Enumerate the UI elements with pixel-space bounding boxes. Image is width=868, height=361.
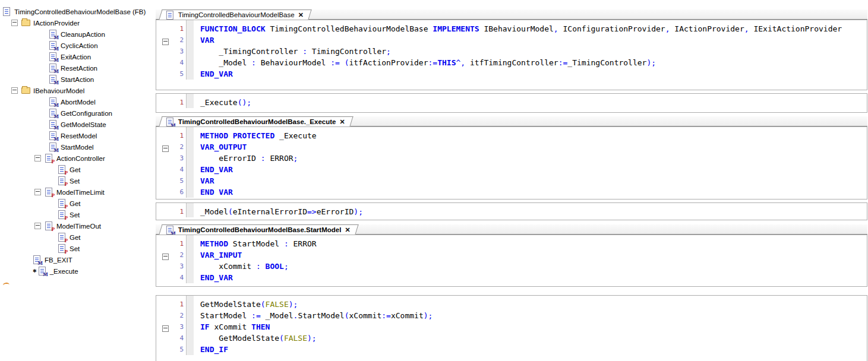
- code-text[interactable]: StartModel := _Model.StartModel(xCommit:…: [194, 310, 867, 321]
- breakpoint-margin[interactable]: [156, 141, 171, 153]
- code-line[interactable]: 1METHOD StartModel : ERROR: [156, 238, 867, 249]
- code-text[interactable]: GetModelState(FALSE);: [194, 299, 867, 310]
- breakpoint-margin[interactable]: [156, 68, 171, 80]
- implementation-editor[interactable]: 1_Model(eInternalErrorID=>eErrorID);: [156, 202, 867, 220]
- tree-item-exitaction[interactable]: MExitAction: [0, 51, 156, 62]
- code-text[interactable]: METHOD PROTECTED _Execute: [194, 130, 867, 141]
- breakpoint-margin[interactable]: [156, 344, 171, 355]
- breakpoint-margin[interactable]: [156, 299, 171, 310]
- implementation-editor[interactable]: 1GetModelState(FALSE);2StartModel := _Mo…: [156, 295, 867, 361]
- code-text[interactable]: eErrorID : ERROR;: [194, 153, 867, 164]
- code-text[interactable]: VAR: [194, 34, 867, 46]
- breakpoint-margin[interactable]: [156, 206, 171, 217]
- breakpoint-margin[interactable]: [156, 97, 171, 108]
- tree-item--execute[interactable]: ✱M_Execute: [0, 265, 156, 277]
- code-text[interactable]: END_IF: [194, 344, 867, 355]
- tree-item-timingcontrolledbehaviourmodelbase-fb-[interactable]: TimingControlledBehaviourModelBase (FB): [0, 6, 156, 17]
- code-text[interactable]: _Model : BehaviourModel := (itfActionPro…: [194, 57, 867, 68]
- tree-item-actioncontroller[interactable]: PActionController: [0, 153, 156, 164]
- breakpoint-margin[interactable]: [156, 175, 171, 186]
- code-line[interactable]: 1FUNCTION_BLOCK TimingControlledBehaviou…: [156, 23, 867, 34]
- code-text[interactable]: METHOD StartModel : ERROR: [194, 238, 867, 249]
- code-line[interactable]: 2VAR_OUTPUT: [156, 141, 867, 153]
- tree-item-set[interactable]: PSet: [0, 243, 156, 254]
- editor-tab[interactable]: TimingControlledBehaviourModelBase✕: [159, 10, 311, 20]
- breakpoint-margin[interactable]: [156, 164, 171, 175]
- close-icon[interactable]: ✕: [298, 12, 304, 18]
- tree-expander-icon[interactable]: [34, 189, 41, 195]
- tree-item-cyclicaction[interactable]: MCyclicAction: [0, 40, 156, 51]
- code-line[interactable]: 4 _Model : BehaviourModel := (itfActionP…: [156, 57, 867, 68]
- tree-item-set[interactable]: PSet: [0, 209, 156, 220]
- close-icon[interactable]: ✕: [339, 119, 345, 125]
- code-line[interactable]: 1GetModelState(FALSE);: [156, 299, 867, 310]
- breakpoint-margin[interactable]: [156, 23, 171, 34]
- editor-tab[interactable]: MTimingControlledBehaviourModelBase.Star…: [159, 224, 358, 235]
- tree-item-resetaction[interactable]: MResetAction: [0, 62, 156, 74]
- breakpoint-margin[interactable]: [156, 249, 171, 261]
- breakpoint-margin[interactable]: [156, 238, 171, 249]
- code-line[interactable]: 1_Execute();: [156, 97, 867, 108]
- tree-item-resetmodel[interactable]: MResetModel: [0, 130, 156, 141]
- code-text[interactable]: xCommit : BOOL;: [194, 261, 867, 272]
- code-line[interactable]: 3 _TimingController : TimingController;: [156, 46, 867, 57]
- code-text[interactable]: _Model(eInternalErrorID=>eErrorID);: [194, 206, 867, 217]
- code-line[interactable]: 3IF xCommit THEN: [156, 321, 867, 332]
- code-text[interactable]: VAR: [194, 175, 867, 186]
- tree-expander-icon[interactable]: [34, 155, 41, 162]
- tree-item-get[interactable]: PGet: [0, 164, 156, 175]
- editor-tab[interactable]: MTimingControlledBehaviourModelBase._Exe…: [159, 116, 353, 126]
- code-text[interactable]: VAR_INPUT: [194, 249, 867, 261]
- fold-collapse-icon[interactable]: [162, 254, 169, 260]
- code-line[interactable]: 2VAR_INPUT: [156, 249, 867, 261]
- tree-item-set[interactable]: PSet: [0, 175, 156, 186]
- code-line[interactable]: 4 GetModelState(FALSE);: [156, 332, 867, 344]
- tree-item-get[interactable]: PGet: [0, 232, 156, 243]
- tree-item-fb-exit[interactable]: MFB_EXIT: [0, 254, 156, 265]
- tree-item-getmodelstate[interactable]: MGetModelState: [0, 119, 156, 130]
- code-line[interactable]: 3 xCommit : BOOL;: [156, 261, 867, 272]
- code-text[interactable]: END_VAR: [194, 272, 867, 283]
- fold-collapse-icon[interactable]: [162, 145, 169, 152]
- code-text[interactable]: IF xCommit THEN: [194, 321, 867, 332]
- code-text[interactable]: GetModelState(FALSE);: [194, 332, 867, 344]
- tree-item-ibehaviourmodel[interactable]: IBehaviourModel: [0, 85, 156, 96]
- tree-item-get[interactable]: PGet: [0, 198, 156, 209]
- declaration-editor[interactable]: 1METHOD PROTECTED _Execute2VAR_OUTPUT3 e…: [156, 126, 867, 200]
- code-text[interactable]: END VAR: [194, 186, 867, 198]
- declaration-editor[interactable]: 1METHOD StartModel : ERROR2VAR_INPUT3 xC…: [156, 235, 867, 287]
- code-line[interactable]: 3 eErrorID : ERROR;: [156, 153, 867, 164]
- fold-collapse-icon[interactable]: [162, 325, 169, 332]
- tree-expander-icon[interactable]: [11, 87, 18, 94]
- tree-item-startmodel[interactable]: MStartModel: [0, 141, 156, 153]
- code-line[interactable]: 6END VAR: [156, 186, 867, 198]
- code-line[interactable]: 5END_IF: [156, 344, 867, 355]
- breakpoint-margin[interactable]: [156, 57, 171, 68]
- tree-expander-icon[interactable]: [11, 20, 18, 26]
- tree-item-iactionprovider[interactable]: IActionProvider: [0, 17, 156, 28]
- breakpoint-margin[interactable]: [156, 186, 171, 198]
- breakpoint-margin[interactable]: [156, 153, 171, 164]
- code-line[interactable]: 2StartModel := _Model.StartModel(xCommit…: [156, 310, 867, 321]
- breakpoint-margin[interactable]: [156, 34, 171, 46]
- code-line[interactable]: 5VAR: [156, 175, 867, 186]
- breakpoint-margin[interactable]: [156, 261, 171, 272]
- code-line[interactable]: 2VAR: [156, 34, 867, 46]
- code-text[interactable]: FUNCTION_BLOCK TimingControlledBehaviour…: [194, 23, 867, 34]
- code-line[interactable]: 1_Model(eInternalErrorID=>eErrorID);: [156, 206, 867, 217]
- fold-collapse-icon[interactable]: [162, 39, 169, 45]
- tree-item-modeltimeout[interactable]: PModelTimeOut: [0, 220, 156, 232]
- tree-item-startaction[interactable]: MStartAction: [0, 74, 156, 85]
- breakpoint-margin[interactable]: [156, 310, 171, 321]
- tree-item-cleanupaction[interactable]: MCleanupAction: [0, 28, 156, 40]
- declaration-editor[interactable]: 1FUNCTION_BLOCK TimingControlledBehaviou…: [156, 20, 867, 90]
- breakpoint-margin[interactable]: [156, 321, 171, 332]
- tree-item-abortmodel[interactable]: MAbortModel: [0, 96, 156, 107]
- code-text[interactable]: _Execute();: [194, 97, 867, 108]
- code-text[interactable]: VAR_OUTPUT: [194, 141, 867, 153]
- code-line[interactable]: 4END_VAR: [156, 164, 867, 175]
- code-text[interactable]: END_VAR: [194, 164, 867, 175]
- code-text[interactable]: END_VAR: [194, 68, 867, 80]
- code-text[interactable]: _TimingController : TimingController;: [194, 46, 867, 57]
- implementation-editor[interactable]: 1_Execute();: [156, 93, 867, 113]
